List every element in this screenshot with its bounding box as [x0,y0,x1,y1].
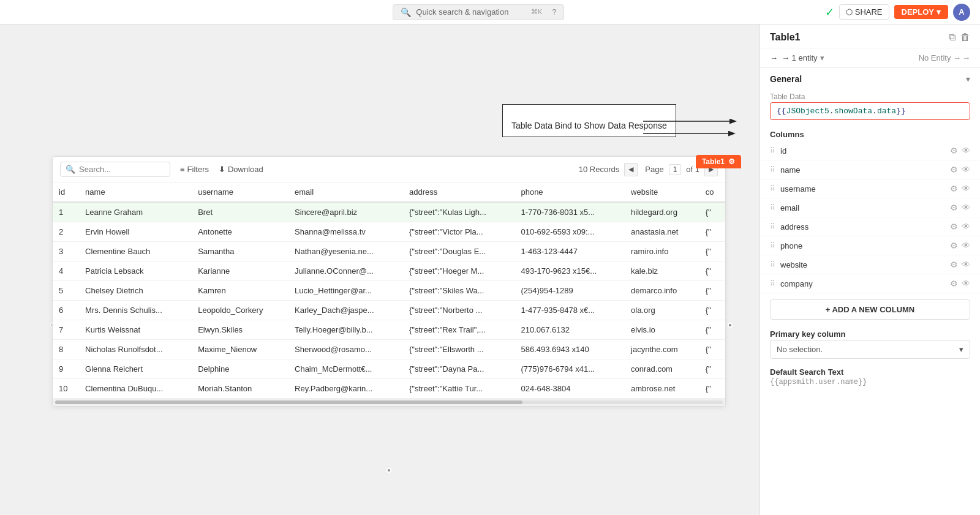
cell-name: Kurtis Weissnat [79,320,192,340]
cell-website: jacynthe.com [625,340,699,359]
cell-id: 2 [53,222,79,242]
search-bar[interactable]: 🔍 Quick search & navigation ⌘K ? [393,4,564,20]
drag-handle[interactable]: ⠿ [770,165,775,174]
cell-co: {" [699,320,725,340]
column-row-username: ⠿ username ⚙ 👁 [760,179,980,198]
column-actions: ⚙ 👁 [950,241,970,250]
column-visibility-button[interactable]: 👁 [962,279,970,288]
drag-handle[interactable]: ⠿ [770,241,775,250]
table-row[interactable]: 2Ervin HowellAntonetteShanna@melissa.tv{… [53,222,725,242]
column-name: address [780,222,945,231]
column-settings-button[interactable]: ⚙ [950,279,958,288]
col-header-website: website [625,182,699,202]
col-header-name: name [79,182,192,202]
column-settings-button[interactable]: ⚙ [950,222,958,231]
prev-page-button[interactable]: ◀ [624,163,638,176]
column-visibility-button[interactable]: 👁 [962,260,970,269]
table-row[interactable]: 3Clementine BauchSamanthaNathan@yesenia.… [53,242,725,261]
cell-address: {"street":"Norberto ... [403,301,514,320]
table-row[interactable]: 8Nicholas Runolfsdot...Maxime_NienowSher… [53,340,725,359]
column-settings-button[interactable]: ⚙ [950,241,958,250]
drag-handle[interactable]: ⠿ [770,146,775,155]
cell-website: demarco.info [625,281,699,301]
cell-address: {"street":"Kattie Tur... [403,379,514,399]
delete-button[interactable]: 🗑 [960,32,970,43]
resize-handle-right[interactable] [728,323,733,328]
table-widget: 🔍 ≡ Filters ⬇ Download 10 Records ◀ Page… [52,156,726,407]
table-row[interactable]: 1Leanne GrahamBretSincere@april.biz{"str… [53,202,725,222]
drag-handle[interactable]: ⠿ [770,279,775,288]
primary-key-select[interactable]: No selection. ▾ [770,340,970,359]
column-settings-button[interactable]: ⚙ [950,260,958,269]
column-actions: ⚙ 👁 [950,184,970,194]
drag-handle[interactable]: ⠿ [770,203,775,212]
column-visibility-button[interactable]: 👁 [962,203,970,212]
cell-id: 10 [53,379,79,399]
add-new-column-button[interactable]: + ADD A NEW COLUMN [770,299,970,320]
help-icon[interactable]: ? [552,7,556,17]
drag-handle[interactable]: ⠿ [770,260,775,269]
cell-name: Clementine Bauch [79,242,192,261]
copy-button[interactable]: ⧉ [949,32,956,43]
table-widget-badge[interactable]: Table1 ⚙ [696,155,741,168]
column-row-company: ⠿ company ⚙ 👁 [760,274,980,293]
scrollbar-thumb[interactable] [55,400,522,404]
table-data-input[interactable]: {{JSObject5.showData.data}} [770,102,970,120]
keyboard-shortcut: ⌘K [531,8,542,16]
cell-email: Sincere@april.biz [288,202,403,222]
column-visibility-button[interactable]: 👁 [962,222,970,231]
cell-id: 3 [53,242,79,261]
column-actions: ⚙ 👁 [950,146,970,156]
column-visibility-button[interactable]: 👁 [962,146,970,156]
cell-phone: 024-648-3804 [514,379,625,399]
cell-name: Glenna Reichert [79,359,192,379]
filter-button[interactable]: ≡ Filters [180,165,209,174]
general-section-header[interactable]: General ▾ [760,68,980,90]
column-name: phone [780,241,945,250]
table-scroll-container[interactable]: id name username email address phone web… [53,182,725,399]
table-row[interactable]: 9Glenna ReichertDelphineChaim_McDermott€… [53,359,725,379]
cell-co: {" [699,242,725,261]
table-row[interactable]: 5Chelsey DietrichKamrenLucio_Hettinger@a… [53,281,725,301]
column-visibility-button[interactable]: 👁 [962,165,970,175]
column-row-email: ⠿ email ⚙ 👁 [760,198,980,217]
download-button[interactable]: ⬇ Download [219,165,263,174]
table-search-input[interactable] [79,165,153,174]
cell-phone: 1-770-736-8031 x5... [514,202,625,222]
table-row[interactable]: 6Mrs. Dennis Schulis...Leopoldo_CorkeryK… [53,301,725,320]
cell-address: {"street":"Hoeger M... [403,261,514,281]
column-settings-button[interactable]: ⚙ [950,203,958,212]
download-icon: ⬇ [219,165,225,174]
resize-handle-bottom[interactable] [386,468,391,473]
cell-phone: (775)976-6794 x41... [514,359,625,379]
cell-address: {"street":"Dayna Pa... [403,359,514,379]
cell-co: {" [699,281,725,301]
column-row-name: ⠿ name ⚙ 👁 [760,160,980,179]
drag-handle[interactable]: ⠿ [770,222,775,231]
cell-username: Karianne [192,261,288,281]
column-visibility-button[interactable]: 👁 [962,184,970,194]
column-row-address: ⠿ address ⚙ 👁 [760,217,980,236]
table-row[interactable]: 4Patricia LebsackKarianneJulianne.OConne… [53,261,725,281]
avatar[interactable]: A [953,4,970,21]
column-settings-button[interactable]: ⚙ [950,184,958,194]
column-settings-button[interactable]: ⚙ [950,146,958,156]
column-name: email [780,203,945,212]
share-button[interactable]: ⬡ SHARE [839,4,889,20]
cell-email: Julianne.OConner@... [288,261,403,281]
cell-website: ola.org [625,301,699,320]
column-visibility-button[interactable]: 👁 [962,241,970,250]
table-row[interactable]: 10Clementina DuBuqu...Moriah.StantonRey.… [53,379,725,399]
cell-email: Telly.Hoeger@billy.b... [288,320,403,340]
table-row[interactable]: 7Kurtis WeissnatElwyn.SkilesTelly.Hoeger… [53,320,725,340]
entity-row[interactable]: → → 1 entity ▾ No Entity → → [760,48,980,68]
horizontal-scrollbar[interactable] [53,399,725,406]
columns-label: Columns [760,125,980,141]
cell-id: 7 [53,320,79,340]
column-settings-button[interactable]: ⚙ [950,165,958,175]
drag-handle[interactable]: ⠿ [770,184,775,193]
cell-address: {"street":"Victor Pla... [403,222,514,242]
deploy-button[interactable]: DEPLOY ▾ [894,5,948,19]
cell-username: Leopoldo_Corkery [192,301,288,320]
table-search-box[interactable]: 🔍 [60,162,170,177]
